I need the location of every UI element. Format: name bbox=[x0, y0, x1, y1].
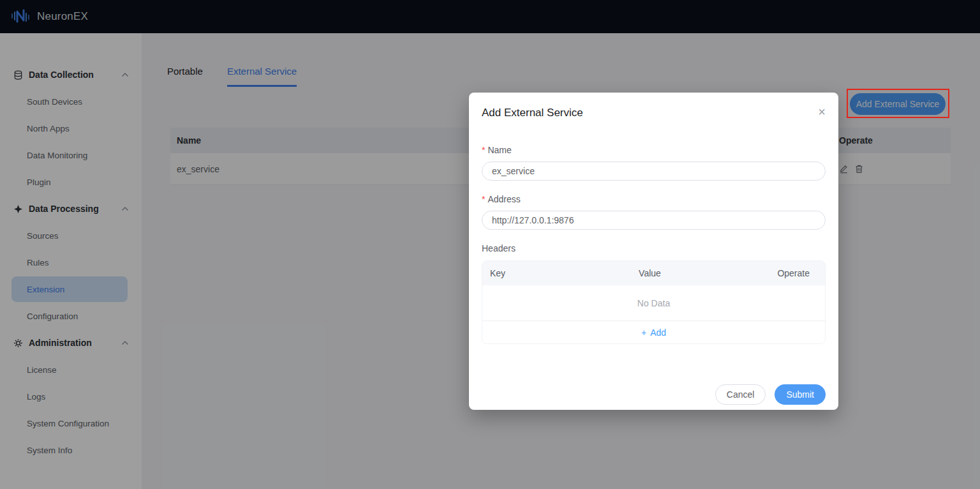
no-data-placeholder: No Data bbox=[482, 285, 825, 321]
address-field-label: * Address bbox=[482, 193, 826, 206]
column-header-key: Key bbox=[482, 268, 597, 278]
column-header-operate: Operate bbox=[703, 268, 825, 278]
close-icon[interactable]: × bbox=[818, 105, 826, 118]
submit-button[interactable]: Submit bbox=[775, 384, 826, 405]
address-input[interactable] bbox=[482, 211, 826, 230]
add-external-service-dialog: Add External Service × * Name * Address … bbox=[469, 93, 838, 410]
required-asterisk: * bbox=[482, 145, 485, 155]
headers-table: Key Value Operate No Data + Add bbox=[482, 260, 826, 344]
dialog-title: Add External Service bbox=[482, 105, 583, 121]
name-field-label: * Name bbox=[482, 144, 826, 156]
cancel-button[interactable]: Cancel bbox=[715, 384, 766, 405]
column-header-value: Value bbox=[597, 268, 703, 278]
dialog-footer: Cancel Submit bbox=[715, 384, 826, 405]
add-header-row-button[interactable]: + Add bbox=[482, 321, 825, 343]
headers-section-label: Headers bbox=[482, 242, 826, 255]
plus-icon: + bbox=[641, 327, 646, 338]
name-input[interactable] bbox=[482, 162, 826, 181]
required-asterisk: * bbox=[482, 194, 485, 204]
page: NeuronEX Data Collection South Devices N… bbox=[0, 0, 980, 489]
headers-table-header-row: Key Value Operate bbox=[482, 261, 825, 285]
